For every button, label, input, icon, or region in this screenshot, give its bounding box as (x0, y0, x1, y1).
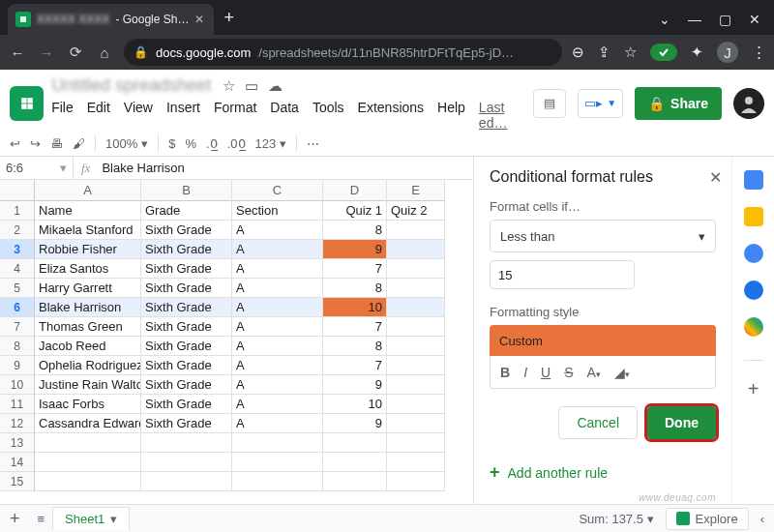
star-icon[interactable]: ☆ (223, 77, 235, 95)
plus-icon: + (490, 462, 500, 483)
window-maximize-icon[interactable]: ▢ (719, 12, 731, 27)
menu-insert[interactable]: Insert (166, 100, 200, 131)
close-panel-icon[interactable]: ✕ (709, 168, 722, 187)
cancel-button[interactable]: Cancel (558, 406, 638, 439)
browser-tab[interactable]: XXXXX XXXX - Google Sh… ✕ (8, 4, 214, 35)
url-path: /spreadsheets/d/11nBNR85htrDFtTqEp5-jD… (258, 45, 514, 60)
nav-home-icon[interactable]: ⌂ (95, 44, 114, 61)
document-title[interactable]: Untitled spreadsheet (51, 75, 211, 96)
docs-header: Untitled spreadsheet ☆ ▭ ☁ File Edit Vie… (0, 70, 774, 131)
maps-icon[interactable] (744, 317, 763, 337)
browser-menu-icon[interactable]: ⋮ (752, 44, 766, 61)
svg-point-6 (745, 97, 753, 104)
cloud-icon[interactable]: ☁ (268, 77, 283, 95)
extensions-icon[interactable]: ✦ (691, 44, 703, 61)
svg-rect-1 (20, 16, 26, 22)
menu-view[interactable]: View (124, 100, 153, 131)
share-url-icon[interactable]: ⇪ (598, 44, 610, 61)
contacts-icon[interactable] (744, 281, 763, 300)
undo-icon[interactable]: ↩ (10, 136, 20, 151)
new-tab-button[interactable]: + (214, 8, 244, 28)
lock-icon: 🔒 (134, 45, 148, 59)
currency-icon[interactable]: $ (168, 136, 175, 151)
nav-reload-icon[interactable]: ⟳ (66, 44, 85, 61)
present-button[interactable]: ▭▸ ▼ (578, 89, 623, 118)
menu-bar: File Edit View Insert Format Data Tools … (51, 98, 525, 131)
share-label: Share (670, 96, 708, 111)
add-rule-button[interactable]: + Add another rule (490, 462, 716, 483)
tasks-icon[interactable] (744, 244, 763, 263)
condition-value: Less than (500, 229, 554, 244)
comments-button[interactable]: ▤ (533, 89, 566, 118)
style-preview[interactable]: Custom (490, 325, 716, 356)
menu-data[interactable]: Data (270, 100, 299, 131)
formula-bar[interactable]: Blake Harrison (98, 161, 184, 175)
conditional-format-panel: ✕ Conditional format rules Format cells … (474, 157, 731, 506)
keep-icon[interactable] (744, 207, 763, 226)
more-toolbar-icon[interactable]: ⋯ (307, 136, 319, 151)
percent-icon[interactable]: % (185, 136, 196, 151)
window-close-icon[interactable]: ✕ (749, 12, 760, 27)
dec-decrease-icon[interactable]: .0̲ (206, 136, 218, 151)
collapse-rail-icon[interactable]: ‹ (760, 512, 764, 526)
all-sheets-button[interactable]: ≡ (30, 512, 53, 526)
style-format-row: B I U S A▾ ◢▾ (490, 356, 716, 389)
add-sheet-button[interactable]: + (0, 509, 30, 529)
explore-icon (676, 512, 690, 525)
share-button[interactable]: 🔒 Share (635, 87, 722, 120)
cell-grid[interactable]: ABCDE1NameGradeSectionQuiz 1Quiz 22Mikae… (0, 180, 473, 491)
url-host: docs.google.com (156, 45, 251, 60)
number-format-select[interactable]: 123 ▾ (255, 136, 286, 151)
fx-icon: fx (74, 161, 98, 176)
menu-file[interactable]: File (51, 100, 74, 131)
format-toolbar: ↩ ↪ 🖶 🖌 100% ▾ $ % .0̲ .00̲ 123 ▾ ⋯ (0, 131, 774, 157)
lock-icon: 🔒 (648, 96, 665, 111)
address-bar[interactable]: 🔒 docs.google.com /spreadsheets/d/11nBNR… (124, 39, 562, 66)
side-rail: + (731, 157, 774, 506)
zoom-icon[interactable]: ⊖ (572, 44, 584, 61)
account-avatar[interactable] (733, 88, 764, 119)
nav-back-icon[interactable]: ← (8, 44, 27, 61)
redo-icon[interactable]: ↪ (30, 136, 41, 151)
italic-icon[interactable]: I (523, 365, 527, 380)
chevron-down-icon: ▾ (699, 229, 705, 244)
sheets-logo-icon[interactable] (10, 86, 44, 121)
menu-help[interactable]: Help (437, 100, 465, 131)
profile-avatar[interactable]: J (717, 42, 738, 63)
sheet-tab-bar: + ≡ Sheet1 ▾ Sum: 137.5 ▾ Explore ‹ (0, 504, 774, 532)
browser-toolbar: ← → ⟳ ⌂ 🔒 docs.google.com /spreadsheets/… (0, 35, 774, 70)
bold-icon[interactable]: B (500, 365, 510, 380)
menu-format[interactable]: Format (214, 100, 256, 131)
paint-icon[interactable]: 🖌 (73, 136, 85, 151)
strike-icon[interactable]: S (564, 365, 573, 380)
add-addon-icon[interactable]: + (748, 378, 759, 400)
window-minimize-icon[interactable]: — (688, 12, 701, 27)
move-icon[interactable]: ▭ (245, 77, 258, 95)
menu-extensions[interactable]: Extensions (358, 100, 424, 131)
extension-badge-icon[interactable] (650, 44, 677, 61)
bookmark-icon[interactable]: ☆ (624, 44, 637, 61)
browser-titlebar: XXXXX XXXX - Google Sh… ✕ + ⌄ — ▢ ✕ (0, 0, 774, 35)
calendar-icon[interactable] (744, 170, 763, 190)
name-box[interactable]: 6:6▾ (0, 157, 74, 179)
underline-icon[interactable]: U (541, 365, 551, 380)
nav-forward-icon: → (37, 44, 56, 61)
text-color-icon[interactable]: A▾ (586, 365, 600, 380)
last-edit-link[interactable]: Last ed… (479, 100, 525, 131)
explore-button[interactable]: Explore (666, 508, 749, 530)
condition-value-input[interactable]: 15 (490, 260, 635, 289)
spreadsheet-area: 6:6▾ fx Blake Harrison ABCDE1NameGradeSe… (0, 157, 474, 506)
sheet-tab[interactable]: Sheet1 ▾ (52, 507, 130, 530)
panel-title: Conditional format rules (490, 168, 716, 186)
zoom-select[interactable]: 100% ▾ (105, 136, 148, 151)
window-chevron-icon[interactable]: ⌄ (659, 12, 670, 27)
menu-edit[interactable]: Edit (87, 100, 110, 131)
menu-tools[interactable]: Tools (313, 100, 344, 131)
tab-close-icon[interactable]: ✕ (194, 13, 204, 26)
condition-select[interactable]: Less than ▾ (490, 220, 716, 252)
fill-color-icon[interactable]: ◢▾ (614, 365, 630, 380)
sum-display[interactable]: Sum: 137.5 ▾ (579, 512, 653, 526)
done-button[interactable]: Done (647, 406, 716, 439)
dec-increase-icon[interactable]: .00̲ (227, 136, 246, 151)
print-icon[interactable]: 🖶 (50, 136, 63, 151)
